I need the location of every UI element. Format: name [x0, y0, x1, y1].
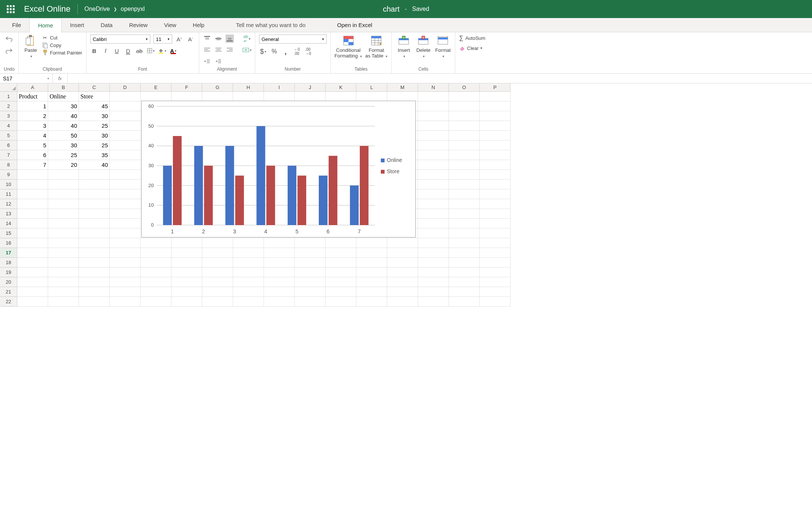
cell[interactable]: 3	[17, 121, 48, 131]
cell[interactable]	[17, 189, 48, 199]
cell[interactable]	[480, 160, 511, 170]
cell[interactable]	[387, 248, 418, 258]
cell[interactable]	[480, 170, 511, 180]
cell[interactable]: 30	[79, 131, 110, 141]
cell[interactable]	[480, 199, 511, 209]
column-header[interactable]: O	[449, 83, 480, 92]
cell[interactable]	[480, 287, 511, 297]
merge-button[interactable]	[243, 46, 251, 54]
cell[interactable]	[480, 131, 511, 141]
select-all-corner[interactable]	[0, 83, 17, 92]
cell[interactable]	[480, 141, 511, 150]
column-header[interactable]: I	[264, 83, 295, 92]
cell[interactable]	[17, 199, 48, 209]
cell[interactable]	[110, 150, 141, 160]
cell[interactable]	[202, 258, 233, 268]
cell[interactable]	[79, 209, 110, 219]
cell[interactable]	[449, 209, 480, 219]
cell[interactable]: 25	[48, 150, 79, 160]
cell[interactable]	[233, 268, 264, 277]
column-header[interactable]: G	[202, 83, 233, 92]
cell[interactable]	[110, 121, 141, 131]
cell[interactable]	[110, 268, 141, 277]
breadcrumb-root[interactable]: OneDrive	[85, 6, 110, 12]
cell[interactable]: 30	[48, 141, 79, 150]
cell[interactable]	[387, 238, 418, 248]
cell[interactable]	[141, 238, 171, 248]
cell[interactable]	[449, 199, 480, 209]
cell[interactable]	[233, 297, 264, 307]
column-header[interactable]: K	[326, 83, 356, 92]
insert-cells-button[interactable]: Insert	[395, 35, 412, 59]
cell[interactable]	[233, 248, 264, 258]
cell[interactable]	[264, 287, 295, 297]
cell[interactable]: 50	[48, 131, 79, 141]
cell[interactable]	[418, 189, 449, 199]
cell[interactable]	[418, 131, 449, 141]
cell[interactable]	[295, 238, 326, 248]
cell[interactable]	[17, 248, 48, 258]
cell[interactable]	[48, 277, 79, 287]
row-header[interactable]: 10	[0, 180, 17, 189]
cell[interactable]	[141, 92, 171, 101]
cell[interactable]	[202, 297, 233, 307]
format-cells-button[interactable]: Format	[435, 35, 451, 59]
cell[interactable]	[79, 180, 110, 189]
cell[interactable]	[171, 92, 202, 101]
cell[interactable]	[79, 170, 110, 180]
paste-button[interactable]: Paste	[23, 35, 39, 59]
cell[interactable]	[48, 248, 79, 258]
copy-button[interactable]: Copy	[42, 42, 82, 48]
cell[interactable]	[141, 258, 171, 268]
row-header[interactable]: 12	[0, 199, 17, 209]
cell[interactable]	[48, 258, 79, 268]
cell[interactable]: 4	[17, 131, 48, 141]
undo-button[interactable]	[5, 35, 13, 43]
cell[interactable]	[110, 228, 141, 238]
align-center-button[interactable]	[214, 46, 223, 54]
column-header[interactable]: C	[79, 83, 110, 92]
cell[interactable]	[264, 277, 295, 287]
tab-insert[interactable]: Insert	[62, 18, 92, 32]
open-in-excel[interactable]: Open in Excel	[329, 18, 380, 32]
cell[interactable]	[110, 258, 141, 268]
format-painter-button[interactable]: Format Painter	[42, 50, 82, 56]
cell[interactable]	[418, 297, 449, 307]
cell[interactable]	[110, 131, 141, 141]
cell[interactable]	[110, 189, 141, 199]
column-header[interactable]: L	[356, 83, 387, 92]
wrap-text-button[interactable]: ab↵	[243, 35, 251, 43]
cell[interactable]	[418, 180, 449, 189]
cell[interactable]: 35	[79, 150, 110, 160]
cell[interactable]	[449, 150, 480, 160]
cell[interactable]	[17, 219, 48, 228]
cell[interactable]	[110, 92, 141, 101]
column-header[interactable]: P	[480, 83, 511, 92]
cell[interactable]	[326, 277, 356, 287]
font-color-button[interactable]: A	[169, 47, 177, 55]
cell[interactable]	[110, 199, 141, 209]
cell[interactable]	[480, 101, 511, 111]
row-header[interactable]: 14	[0, 219, 17, 228]
cell[interactable]	[110, 287, 141, 297]
row-header[interactable]: 6	[0, 141, 17, 150]
cell[interactable]	[79, 248, 110, 258]
cell[interactable]	[264, 297, 295, 307]
cell[interactable]	[480, 92, 511, 101]
cell[interactable]	[449, 287, 480, 297]
cell[interactable]	[110, 111, 141, 121]
cell[interactable]	[295, 258, 326, 268]
cell[interactable]	[418, 287, 449, 297]
conditional-formatting-button[interactable]: Conditional Formatting	[335, 35, 362, 59]
cell[interactable]	[48, 209, 79, 219]
cell[interactable]	[110, 180, 141, 189]
embedded-chart[interactable]: 01020304050601234567OnlineStore	[141, 101, 416, 237]
cell[interactable]	[418, 150, 449, 160]
cell[interactable]	[171, 277, 202, 287]
cell[interactable]	[295, 297, 326, 307]
cell[interactable]	[233, 277, 264, 287]
column-header[interactable]: B	[48, 83, 79, 92]
cell[interactable]	[326, 238, 356, 248]
cell[interactable]: 2	[17, 111, 48, 121]
cell[interactable]	[48, 268, 79, 277]
